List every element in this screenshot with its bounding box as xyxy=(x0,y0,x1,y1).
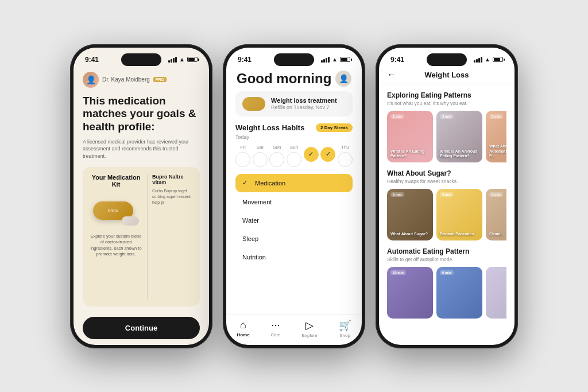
nav-explore[interactable]: ▷ Explore xyxy=(302,319,318,338)
battery-fill-1 xyxy=(188,58,195,61)
phone2-header: Good morning 👤 xyxy=(226,67,362,91)
phone-3: 9:41 ▲ ← Weight Loss xyxy=(376,44,518,348)
day-item: Sat xyxy=(253,145,268,167)
day-item: Sun xyxy=(287,145,301,167)
signal-bar xyxy=(478,58,480,63)
doctor-name: Dr. Kaya Moidberg xyxy=(102,76,150,83)
habits-title: Weight Loss Habits xyxy=(235,123,304,132)
content-card[interactable]: 5 min What About Sugar? xyxy=(387,189,433,240)
battery-icon-2 xyxy=(340,57,350,62)
signal-bar xyxy=(171,59,172,63)
day-circle xyxy=(253,152,268,167)
avatar: 👤 xyxy=(83,72,99,88)
habits-list: ✓ Medication Movement Water Sleep xyxy=(235,174,353,266)
card-bg: 10 min xyxy=(387,267,433,319)
battery-icon-1 xyxy=(187,57,198,62)
bottom-nav: ⌂ Home ··· Care ▷ Explore 🛒 Shop xyxy=(226,314,362,345)
day-item: Sun xyxy=(269,145,284,167)
nav-home-label: Home xyxy=(237,332,249,337)
signal-bar xyxy=(175,57,177,63)
nav-home[interactable]: ⌂ Home xyxy=(237,319,249,338)
battery-fill-3 xyxy=(494,58,500,61)
treatment-card[interactable]: Weight loss treatment Refills on Tuesday… xyxy=(235,91,353,117)
card-duration: 1 min xyxy=(390,114,404,119)
card-duration: 5 min xyxy=(390,192,404,197)
check-icon: ✓ xyxy=(242,179,250,187)
content-card[interactable]: 6 min xyxy=(436,267,482,319)
signal-bar xyxy=(323,59,325,63)
care-icon: ··· xyxy=(272,319,280,331)
wifi-icon-1: ▲ xyxy=(179,56,185,63)
content-card[interactable]: 2 min What About Automatic Eating P... xyxy=(486,111,506,162)
med-card-left: Your Medication Kit hims Explore your cu… xyxy=(90,174,142,300)
habit-movement[interactable]: Movement xyxy=(235,193,353,211)
headline: This medication matches your goals & hea… xyxy=(83,95,200,134)
card-duration: 3 min xyxy=(440,114,454,119)
streak-badge: 2 Day Streak xyxy=(316,123,353,132)
nav-shop-label: Shop xyxy=(339,333,350,338)
card-duration: 2 min xyxy=(489,114,503,119)
treatment-name: Weight loss treatment xyxy=(271,97,346,104)
wifi-icon-2: ▲ xyxy=(332,56,338,63)
habit-sleep[interactable]: Sleep xyxy=(235,230,353,247)
habit-label: Nutrition xyxy=(242,254,266,261)
cards-row-2: 5 min What About Sugar? 4 min Banana Pan… xyxy=(387,189,506,240)
content-card[interactable] xyxy=(486,267,506,319)
signal-bars-2 xyxy=(321,57,330,63)
signal-bar xyxy=(321,60,323,63)
shop-icon: 🛒 xyxy=(339,319,351,332)
card-duration: 6 min xyxy=(440,270,454,275)
day-circle-checked: ✓ xyxy=(304,147,319,162)
card-bg: 1 min What Is An Eating Pattern? xyxy=(387,111,433,162)
phone3-header: ← Weight Loss xyxy=(379,67,514,84)
signal-bar xyxy=(476,59,478,63)
battery-fill-2 xyxy=(341,58,347,61)
day-label: Thu xyxy=(341,145,349,150)
habit-medication[interactable]: ✓ Medication xyxy=(235,174,353,192)
dynamic-island-2 xyxy=(274,53,314,66)
phone2-content: Good morning 👤 Weight loss treatment Ref… xyxy=(226,67,362,314)
nav-shop[interactable]: 🛒 Shop xyxy=(339,319,351,338)
explore-icon: ▷ xyxy=(305,319,314,332)
day-circle xyxy=(235,152,250,167)
day-circle xyxy=(338,152,353,167)
home-icon: ⌂ xyxy=(240,319,246,331)
signal-bar xyxy=(326,58,327,63)
card-label: What Is An Anxious Eating Pattern? xyxy=(440,149,479,159)
treatment-info: Weight loss treatment Refills on Tuesday… xyxy=(271,97,346,110)
section-title-2: What About Sugar? xyxy=(387,169,506,177)
medication-card: Your Medication Kit hims Explore your cu… xyxy=(83,167,200,306)
habit-water[interactable]: Water xyxy=(235,212,353,229)
habit-nutrition[interactable]: Nutrition xyxy=(235,249,353,266)
content-card[interactable]: 3 min What Is An Anxious Eating Pattern? xyxy=(436,111,482,162)
signal-bar xyxy=(168,60,170,63)
day-item: Thu xyxy=(338,145,353,167)
continue-button[interactable]: Continue xyxy=(83,317,200,339)
card-bg: 4 min Banana Pancakes xyxy=(436,189,482,240)
days-row: Fri Sat Sun Sun xyxy=(235,145,353,167)
nav-care[interactable]: ··· Care xyxy=(270,319,280,338)
habit-label: Sleep xyxy=(242,235,258,242)
day-label: Sun xyxy=(273,145,281,150)
day-item: ✓ xyxy=(304,145,319,167)
day-item: Fri xyxy=(235,145,250,167)
day-label: Fri xyxy=(240,145,245,150)
doctor-badge: 👤 Dr. Kaya Moidberg PRO xyxy=(83,72,200,88)
habit-label: Water xyxy=(242,217,259,224)
dynamic-island-1 xyxy=(121,53,161,66)
back-arrow[interactable]: ← xyxy=(387,69,396,80)
day-circle xyxy=(287,152,301,167)
content-card[interactable]: 10 min xyxy=(387,267,433,319)
treatment-refill: Refills on Tuesday, Nov 7 xyxy=(271,104,346,110)
status-icons-1: ▲ xyxy=(168,56,198,63)
content-card[interactable]: 4 min Banana Pancakes xyxy=(436,189,482,240)
habits-header: Weight Loss Habits 2 Day Streak xyxy=(235,123,353,132)
user-avatar[interactable]: 👤 xyxy=(335,71,351,87)
content-card[interactable]: 3 min Cinna... xyxy=(486,189,506,240)
content-card[interactable]: 1 min What Is An Eating Pattern? xyxy=(387,111,433,162)
card-bg: 2 min What About Automatic Eating P... xyxy=(486,111,506,162)
day-circle xyxy=(269,152,284,167)
med-right-desc: Curbs Buprop toget curbing appeti essent… xyxy=(152,188,193,205)
phone-1: 9:41 ▲ 👤 Dr. Kaya xyxy=(70,44,212,348)
phone3-content: Exploring Eating Patterns It's not what … xyxy=(379,84,514,345)
